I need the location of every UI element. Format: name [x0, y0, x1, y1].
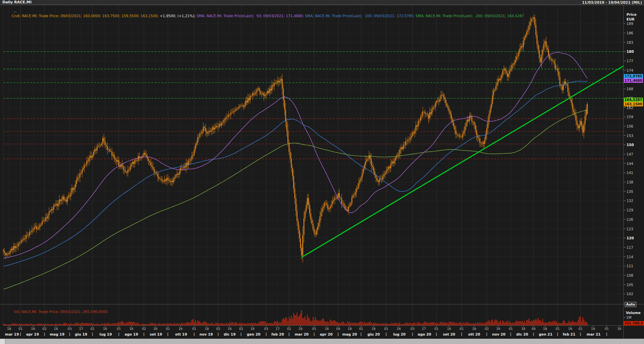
- month-separator: |: [266, 332, 267, 336]
- month-separator: |: [92, 332, 93, 336]
- month-label: ago 20: [412, 332, 436, 336]
- month-separator: |: [533, 332, 534, 336]
- price-tick-label: 144: [627, 162, 642, 166]
- price-tick-label: 135: [627, 190, 642, 194]
- month-label: feb 21: [558, 332, 580, 336]
- month-label: set 20: [437, 332, 462, 336]
- month-label: mag 19: [44, 332, 70, 336]
- month-separator: |: [461, 332, 462, 336]
- month-label: mar 20: [289, 332, 314, 336]
- month-label: giu 20: [361, 332, 386, 336]
- date-tick-label: 02: [40, 327, 48, 331]
- date-tick-label: 18: [346, 327, 354, 331]
- legend-collapse-icon[interactable]: ⌐: [14, 10, 16, 14]
- date-range-label: 11/03/2019 - 19/04/2021 (MIL): [582, 0, 642, 5]
- month-label: mag 20: [338, 332, 361, 336]
- month-separator: |: [557, 332, 558, 336]
- chart-window: Daily RACE.MI 11/03/2019 - 19/04/2021 (M…: [0, 0, 644, 344]
- month-separator: |: [436, 332, 437, 336]
- date-tick-label: 18: [541, 327, 549, 331]
- scrollbar-thumb[interactable]: [5, 339, 644, 344]
- volume-legend-text: Vol; RACE.MI; Trade Price; 09/03/2021; 2…: [14, 310, 107, 314]
- horizontal-scrollbar[interactable]: [0, 338, 644, 344]
- month-label: ott 19: [168, 332, 194, 336]
- price-tick-label: 177: [627, 59, 642, 63]
- chart-plot-area[interactable]: [0, 0, 644, 344]
- date-tick-label: 01: [603, 327, 611, 331]
- scrollbar-left-button[interactable]: [0, 339, 5, 344]
- date-tick-label: 16: [395, 327, 403, 331]
- date-tick-label: 01: [190, 327, 198, 331]
- price-tick-label: 111: [627, 264, 642, 268]
- date-tick-label: 17: [420, 327, 428, 331]
- sma-100-line: [3, 81, 587, 267]
- month-label: dic 19: [218, 332, 241, 336]
- price-badge: 164,5287: [624, 98, 643, 102]
- legend-segment: SMA; RACE.MI; Trade Price(Last); 200; 09…: [416, 14, 524, 18]
- date-tick-label: 16: [494, 327, 502, 331]
- month-label: lug 20: [386, 332, 412, 336]
- month-label: giu 19: [70, 332, 92, 336]
- legend-segment: SMA; RACE.MI; Trade Price(Last); 50; 09/…: [197, 14, 305, 18]
- date-tick-label: 16: [615, 327, 623, 331]
- date-tick-label: 16: [29, 327, 37, 331]
- date-tick-label: 01: [554, 327, 562, 331]
- price-badge: 172,0785: [624, 74, 643, 78]
- date-tick-label: 01: [310, 327, 318, 331]
- date-tick-label: 16: [323, 327, 331, 331]
- price-tick-label: 108: [627, 273, 642, 277]
- price-tick-label: 156: [627, 124, 642, 128]
- month-separator: |: [386, 332, 387, 336]
- price-tick-label: 168: [627, 87, 642, 91]
- date-tick-label: 04: [530, 327, 538, 331]
- date-tick-label: 03: [262, 327, 270, 331]
- month-separator: |: [288, 332, 290, 336]
- month-label: apr 20: [314, 332, 338, 336]
- month-label: lug 19: [92, 332, 119, 336]
- date-tick-label: 16: [52, 327, 60, 331]
- price-tick-label: 147: [627, 152, 642, 156]
- legend-segment: Cndl; RACE.MI; Trade Price; 09/03/2021; …: [12, 14, 160, 18]
- date-tick-label: 01: [16, 327, 25, 331]
- date-tick-label: 01: [433, 327, 441, 331]
- month-label: set 19: [144, 332, 168, 336]
- price-tick-label: 150: [627, 143, 642, 147]
- date-tick-label: 01: [88, 327, 96, 331]
- date-tick-label: 17: [274, 327, 282, 331]
- date-tick-label: 17: [77, 327, 85, 331]
- date-tick-label: 18: [5, 327, 13, 331]
- price-tick-label: 153: [627, 134, 642, 138]
- volume-axis-tick-1M: 1M: [626, 315, 642, 319]
- month-separator: |: [167, 332, 169, 336]
- price-tick-label: 102: [627, 292, 642, 296]
- month-separator: |: [143, 332, 145, 336]
- price-tick-label: 117: [627, 245, 642, 249]
- date-tick-label: 01: [115, 327, 123, 331]
- month-separator: |: [510, 332, 512, 336]
- date-tick-label: 02: [214, 327, 222, 331]
- price-legend[interactable]: ⌐ Cndl; RACE.MI; Trade Price; 09/03/2021…: [9, 6, 524, 18]
- price-tick-label: 120: [627, 236, 642, 240]
- month-separator: |: [486, 332, 487, 336]
- date-tick-label: 03: [408, 327, 416, 331]
- price-tick-label: 129: [627, 208, 642, 212]
- month-label: dic 20: [511, 332, 534, 336]
- month-label: gen 20: [241, 332, 266, 336]
- volume-legend[interactable]: Vol; RACE.MI; Trade Price; 09/03/2021; 2…: [9, 306, 108, 318]
- sma-50-line: [3, 52, 587, 258]
- date-tick-label: 01: [164, 327, 172, 331]
- price-axis-title: Price: [627, 12, 637, 16]
- price-tick-label: 138: [627, 180, 642, 184]
- date-tick-label: 16: [370, 327, 378, 331]
- price-tick-label: 123: [627, 227, 642, 231]
- date-tick-label: 16: [445, 327, 453, 331]
- date-tick-label: 16: [296, 327, 305, 331]
- auto-scale-button[interactable]: Auto: [625, 302, 636, 307]
- date-tick-label: 02: [285, 327, 293, 331]
- month-label: nov 19: [194, 332, 218, 336]
- date-tick-label: 02: [140, 327, 148, 331]
- date-tick-label: 01: [507, 327, 515, 331]
- date-tick-label: 16: [566, 327, 574, 331]
- volume-badge: 265.590,0: [623, 321, 644, 325]
- date-tick-label: 16: [589, 327, 597, 331]
